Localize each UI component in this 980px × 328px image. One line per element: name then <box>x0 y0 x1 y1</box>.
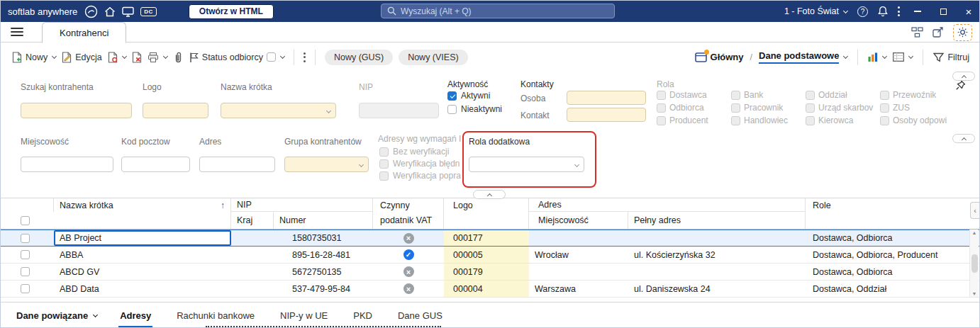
cell-role[interactable]: Dostawca, Oddział <box>806 281 979 297</box>
grupa-select[interactable] <box>284 157 369 172</box>
cell-miejscowosc[interactable]: Warszawa <box>529 281 628 297</box>
minimize-button[interactable] <box>910 1 925 22</box>
scrollbar-thumb[interactable] <box>971 254 978 273</box>
adres-input[interactable] <box>200 157 274 171</box>
nazwa-krotka-select[interactable] <box>221 103 336 118</box>
glowny-view-button[interactable]: Główny <box>695 52 744 62</box>
copy-button[interactable] <box>108 52 126 63</box>
column-header-logo[interactable]: Logo <box>444 198 529 212</box>
status-odbiorcy-button[interactable]: Status odbiorcy <box>189 52 284 63</box>
monitor-icon[interactable] <box>122 3 134 20</box>
cell-miejscowosc[interactable]: Wrocław <box>529 247 628 263</box>
column-header-nazwa-krotka[interactable]: Nazwa krótka↑ <box>54 198 231 212</box>
cell-kraj[interactable] <box>231 247 274 263</box>
cell-kraj[interactable] <box>231 281 274 297</box>
cell-logo[interactable]: 000179 <box>444 264 529 280</box>
collapse-filter-panel-button[interactable] <box>473 190 506 199</box>
delete-button[interactable] <box>132 52 142 63</box>
hierarchy-icon[interactable] <box>911 27 923 38</box>
column-header-pelny-adres[interactable]: Pełny adres <box>628 212 806 229</box>
pin-icon[interactable] <box>955 80 966 91</box>
cell-miejscowosc[interactable] <box>529 264 628 280</box>
select-all-checkbox[interactable] <box>21 216 30 225</box>
panel-collapse-button[interactable]: ‹ <box>970 202 979 219</box>
cell-logo[interactable]: 000177 <box>444 230 529 246</box>
cell-pelny-adres[interactable] <box>628 230 806 246</box>
collapse-row1-button[interactable] <box>952 72 975 81</box>
row-checkbox[interactable] <box>21 267 30 276</box>
view-selector[interactable]: Dane podstawowe <box>759 50 847 64</box>
filter-button[interactable]: Filtruj <box>933 52 969 62</box>
hamburger-menu-button[interactable] <box>11 28 23 36</box>
overflow-menu-button[interactable] <box>304 52 306 62</box>
tab-adresy[interactable]: Adresy <box>118 303 152 328</box>
attach-button[interactable] <box>173 52 184 63</box>
cell-numer[interactable]: 895-16-28-481 <box>274 247 373 263</box>
edit-button[interactable]: Edycja <box>62 52 102 63</box>
maximize-button[interactable] <box>935 1 951 22</box>
tab-kontrahenci[interactable]: Kontrahenci <box>42 22 126 43</box>
cell-numer[interactable]: 537-479-95-84 <box>274 281 373 297</box>
column-header-czynny[interactable]: Czynny <box>373 198 444 212</box>
table-row[interactable]: ABD Data 537-479-95-84 000004 Warszawa u… <box>1 281 979 298</box>
chart-columns-button[interactable] <box>868 52 886 62</box>
global-search-input[interactable] <box>401 6 608 16</box>
row-checkbox[interactable] <box>21 284 30 293</box>
related-data-menu[interactable]: Dane powiązane <box>16 310 97 321</box>
cell-pelny-adres[interactable]: ul. Daniszewska 24 <box>628 281 806 297</box>
tab-nipy-w-ue[interactable]: NIP-y w UE <box>279 303 329 328</box>
cell-nazwa[interactable]: AB Project <box>54 230 231 246</box>
notifications-icon[interactable] <box>878 3 888 20</box>
profile-menu[interactable]: 1 - Foto Świat <box>784 6 847 16</box>
tab-rachunki-bankowe[interactable]: Rachunki bankowe <box>175 303 256 328</box>
column-header-role[interactable]: Role <box>806 198 979 212</box>
cell-role[interactable]: Dostawca, Odbiorca <box>806 230 979 246</box>
dc-badge-icon[interactable]: DC <box>140 3 157 20</box>
scroll-down-icon[interactable]: ▼ <box>972 291 977 296</box>
collapse-row2-button[interactable] <box>952 134 975 143</box>
new-button[interactable]: Nowy <box>12 52 56 63</box>
print-button[interactable] <box>147 52 167 63</box>
osoba-input[interactable] <box>567 91 645 104</box>
new-gus-button[interactable]: Nowy (GUS) <box>325 50 393 65</box>
new-vies-button[interactable]: Nowy (VIES) <box>399 50 468 65</box>
cell-nazwa[interactable]: ABBA <box>54 247 231 263</box>
column-header-kraj[interactable]: Kraj <box>231 212 274 229</box>
row-checkbox[interactable] <box>21 250 30 259</box>
cell-numer[interactable]: 5672750135 <box>274 264 373 280</box>
miejscowosc-input[interactable] <box>21 157 113 171</box>
table-row[interactable]: AB Project 1580735031 000177 Dostawca, O… <box>1 230 979 247</box>
home-icon[interactable] <box>104 3 116 20</box>
cell-pelny-adres[interactable]: ul. Kościerzyńska 32 <box>628 247 806 263</box>
column-header-numer[interactable]: Numer <box>274 212 373 229</box>
logo-input[interactable] <box>143 103 208 118</box>
cell-logo[interactable]: 000004 <box>444 281 529 297</box>
cell-vat[interactable] <box>373 281 444 297</box>
cell-numer[interactable]: 1580735031 <box>274 230 373 246</box>
status-odbiorcy-checkbox[interactable] <box>267 52 276 62</box>
help-icon[interactable]: ? <box>857 6 868 17</box>
table-row[interactable]: ABBA 895-16-28-481 000005 Wrocław ul. Ko… <box>1 247 979 264</box>
tab-dane-gus[interactable]: Dane GUS <box>396 303 444 328</box>
rola-dodatkowa-select[interactable] <box>469 157 584 172</box>
share-icon[interactable] <box>932 27 944 38</box>
cell-vat[interactable] <box>373 264 444 280</box>
scroll-up-icon[interactable]: ▲ <box>972 230 977 235</box>
cell-role[interactable]: Dostawca, Odbiorca, Producent <box>806 247 979 263</box>
cell-kraj[interactable] <box>231 230 274 246</box>
close-button[interactable]: × <box>961 1 976 22</box>
assistant-icon[interactable] <box>953 24 972 41</box>
szukaj-input[interactable] <box>21 103 131 118</box>
table-scrollbar[interactable]: ▲ ▼ <box>969 230 979 297</box>
cell-miejscowosc[interactable] <box>529 230 628 246</box>
global-search[interactable] <box>381 4 615 18</box>
cell-vat[interactable] <box>373 230 444 246</box>
cell-nazwa[interactable]: ABCD GV <box>54 264 231 280</box>
checkbox-nieaktywni[interactable]: Nieaktywni <box>447 104 502 114</box>
cell-role[interactable]: Dostawca, Odbiorca <box>806 264 979 280</box>
kod-pocztowy-input[interactable] <box>122 157 189 171</box>
table-row[interactable]: ABCD GV 5672750135 000179 Dostawca, Odbi… <box>1 264 979 281</box>
column-header-adres[interactable]: Adres <box>529 198 806 212</box>
cell-vat[interactable] <box>373 247 444 263</box>
row-checkbox[interactable] <box>21 234 30 243</box>
